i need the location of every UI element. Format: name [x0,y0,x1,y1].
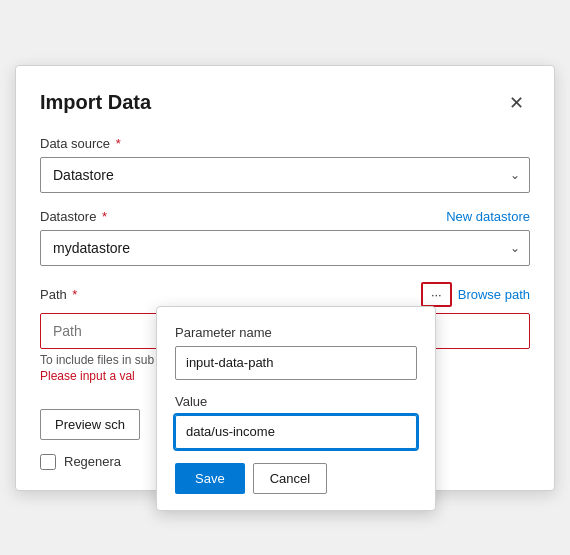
path-header: Path * ··· Browse path [40,282,530,307]
param-name-input[interactable] [175,346,417,380]
data-source-group: Data source * Datastore URL Local file ⌄ [40,136,530,193]
modal-overlay: Import Data ✕ Data source * Datastore UR… [0,0,570,555]
value-input[interactable] [175,415,417,449]
import-data-modal: Import Data ✕ Data source * Datastore UR… [15,65,555,491]
new-datastore-link[interactable]: New datastore [446,209,530,224]
path-required: * [69,287,78,302]
value-label: Value [175,394,417,409]
preview-schema-button[interactable]: Preview sch [40,409,140,440]
popup-save-button[interactable]: Save [175,463,245,494]
regenerate-label: Regenera [64,454,121,469]
datastore-select-wrapper: mydatastore ⌄ [40,230,530,266]
data-source-label: Data source * [40,136,530,151]
datastore-label: Datastore * [40,209,107,224]
modal-title: Import Data [40,91,151,114]
popup-cancel-button[interactable]: Cancel [253,463,327,494]
datastore-required: * [98,209,107,224]
datastore-group: Datastore * New datastore mydatastore ⌄ [40,209,530,266]
datastore-select[interactable]: mydatastore [40,230,530,266]
data-source-select-wrapper: Datastore URL Local file ⌄ [40,157,530,193]
close-button[interactable]: ✕ [503,90,530,116]
regenerate-checkbox[interactable] [40,454,56,470]
param-name-label: Parameter name [175,325,417,340]
path-label-row: Path * [40,287,77,302]
data-source-select[interactable]: Datastore URL Local file [40,157,530,193]
modal-header: Import Data ✕ [40,90,530,116]
popup-actions: Save Cancel [175,463,417,494]
browse-path-area: ··· Browse path [421,282,530,307]
browse-path-link[interactable]: Browse path [458,287,530,302]
parameter-popup: Parameter name Value Save Cancel [156,306,436,511]
data-source-required: * [112,136,121,151]
ellipsis-button[interactable]: ··· [421,282,452,307]
path-label: Path * [40,287,77,302]
